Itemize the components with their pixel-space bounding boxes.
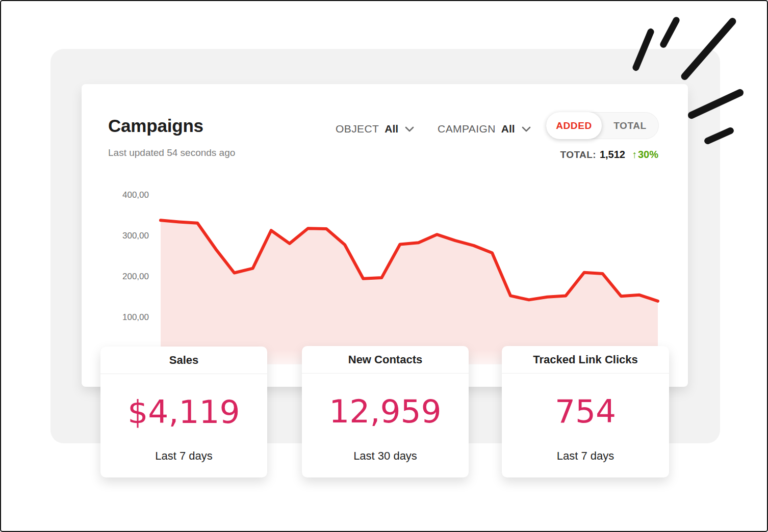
doodle-stroke [659,16,681,49]
stat-card-title: Tracked Link Clicks [502,346,669,374]
stat-card-title: New Contacts [302,346,469,374]
stat-card-tracked-link-clicks: Tracked Link Clicks 754 Last 7 days [502,346,669,477]
stat-card-value: $4,119 [127,393,240,431]
stat-card-new-contacts: New Contacts 12,959 Last 30 days [302,346,469,477]
campaigns-area-chart [82,84,688,387]
stat-card-period: Last 7 days [502,449,669,477]
app-window: Campaigns Last updated 54 seconds ago OB… [0,0,768,532]
stat-card-period: Last 30 days [302,449,469,477]
stat-card-title: Sales [100,347,267,374]
stat-card-period: Last 7 days [100,449,267,477]
stat-card-sales: Sales $4,119 Last 7 days [100,347,267,477]
campaigns-panel: Campaigns Last updated 54 seconds ago OB… [82,84,688,387]
chart-area-fill [161,220,658,364]
stat-card-value: 754 [555,393,616,430]
stat-card-value: 12,959 [329,393,441,430]
